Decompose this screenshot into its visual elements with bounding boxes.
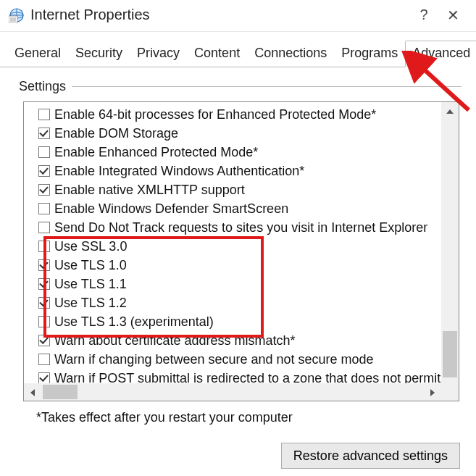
tab-privacy[interactable]: Privacy (130, 41, 187, 67)
option-row: Use TLS 1.1 (38, 275, 441, 293)
scroll-up-button[interactable] (441, 102, 459, 121)
settings-list[interactable]: Enable 64-bit processes for Enhanced Pro… (24, 102, 441, 383)
option-label[interactable]: Warn if POST submittal is redirected to … (54, 369, 441, 383)
option-row: Use TLS 1.2 (38, 293, 441, 312)
window-title: Internet Properties (30, 7, 409, 23)
horizontal-scrollbar[interactable] (24, 383, 441, 401)
restart-footnote: *Takes effect after you restart your com… (36, 410, 462, 425)
option-row: Use SSL 3.0 (38, 237, 441, 256)
option-checkbox[interactable] (38, 109, 50, 120)
internet-options-icon (9, 7, 25, 23)
tab-security[interactable]: Security (68, 41, 130, 67)
option-row: Enable 64-bit processes for Enhanced Pro… (38, 105, 441, 124)
option-label[interactable]: Use SSL 3.0 (54, 237, 127, 256)
option-row: Enable native XMLHTTP support (38, 180, 441, 199)
option-label[interactable]: Enable native XMLHTTP support (54, 180, 245, 199)
divider (72, 86, 462, 87)
option-row: Use TLS 1.0 (38, 256, 441, 275)
option-row: Send Do Not Track requests to sites you … (38, 218, 441, 237)
settings-listbox: Enable 64-bit processes for Enhanced Pro… (23, 101, 459, 401)
option-row: Enable DOM Storage (38, 124, 441, 143)
titlebar: Internet Properties ? ✕ (0, 0, 476, 32)
option-label[interactable]: Warn about certificate address mismatch* (54, 331, 295, 350)
option-checkbox[interactable] (38, 222, 50, 233)
option-label[interactable]: Enable 64-bit processes for Enhanced Pro… (54, 105, 376, 124)
tab-general[interactable]: General (7, 41, 68, 67)
option-checkbox[interactable] (38, 128, 50, 139)
tab-programs[interactable]: Programs (334, 41, 405, 67)
option-checkbox[interactable] (38, 297, 50, 309)
content-panel: Settings Enable 64-bit processes for Enh… (0, 67, 476, 433)
option-label[interactable]: Enable Integrated Windows Authentication… (54, 162, 304, 180)
scroll-corner (441, 383, 459, 401)
tab-advanced[interactable]: Advanced (405, 41, 476, 67)
help-button[interactable]: ? (409, 7, 438, 23)
option-checkbox[interactable] (38, 259, 50, 271)
option-label[interactable]: Enable DOM Storage (54, 124, 178, 143)
option-checkbox[interactable] (38, 184, 50, 196)
vscroll-track[interactable] (441, 121, 459, 364)
option-label[interactable]: Send Do Not Track requests to sites you … (54, 218, 427, 237)
option-row: Warn if changing between secure and not … (38, 350, 441, 369)
option-checkbox[interactable] (38, 203, 50, 214)
option-label[interactable]: Warn if changing between secure and not … (54, 350, 374, 369)
scroll-right-button[interactable] (424, 383, 441, 401)
option-checkbox[interactable] (38, 316, 50, 327)
option-row: Warn about certificate address mismatch* (38, 331, 441, 350)
tab-connections[interactable]: Connections (247, 41, 334, 67)
option-label[interactable]: Use TLS 1.2 (54, 293, 127, 312)
option-checkbox[interactable] (38, 372, 50, 383)
scroll-left-button[interactable] (24, 383, 41, 401)
tab-content[interactable]: Content (187, 41, 247, 67)
option-label[interactable]: Enable Windows Defender SmartScreen (54, 199, 288, 218)
vscroll-thumb[interactable] (443, 331, 457, 377)
option-label[interactable]: Enable Enhanced Protected Mode* (54, 143, 258, 162)
option-checkbox[interactable] (38, 354, 50, 365)
close-button[interactable]: ✕ (438, 7, 467, 24)
settings-label: Settings (19, 79, 72, 94)
option-row: Enable Integrated Windows Authentication… (38, 162, 441, 180)
tabstrip: General Security Privacy Content Connect… (0, 32, 476, 67)
option-label[interactable]: Use TLS 1.1 (54, 275, 127, 293)
hscroll-thumb[interactable] (43, 385, 78, 399)
vertical-scrollbar[interactable] (441, 102, 459, 383)
option-label[interactable]: Use TLS 1.3 (experimental) (54, 312, 214, 331)
option-checkbox[interactable] (38, 241, 50, 252)
option-row: Warn if POST submittal is redirected to … (38, 369, 441, 383)
settings-group-header: Settings (19, 79, 462, 94)
option-checkbox[interactable] (38, 165, 50, 177)
option-row: Enable Windows Defender SmartScreen (38, 199, 441, 218)
restore-advanced-settings-button[interactable]: Restore advanced settings (281, 443, 460, 469)
option-row: Use TLS 1.3 (experimental) (38, 312, 441, 331)
option-checkbox[interactable] (38, 146, 50, 158)
option-checkbox[interactable] (38, 335, 50, 346)
option-row: Enable Enhanced Protected Mode* (38, 143, 441, 162)
option-label[interactable]: Use TLS 1.0 (54, 256, 127, 275)
hscroll-track[interactable] (41, 383, 424, 401)
option-checkbox[interactable] (38, 278, 50, 290)
